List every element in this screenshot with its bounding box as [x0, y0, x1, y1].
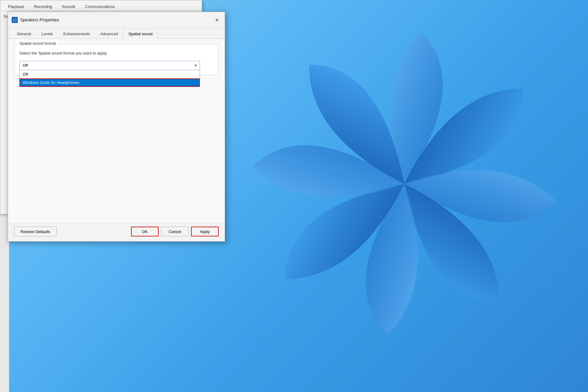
tab-advanced[interactable]: Advanced	[95, 29, 123, 39]
group-box-legend: Spatial sound format	[17, 41, 58, 46]
cancel-button[interactable]: Cancel	[161, 227, 189, 236]
dialog-body: Spatial sound format Select the Spatial …	[8, 39, 225, 223]
speakers-properties-dialog: 🔊 Speakers Properties ✕ General Levels E…	[8, 12, 225, 242]
title-bar: 🔊 Speakers Properties ✕	[8, 12, 225, 28]
ok-button[interactable]: OK	[131, 227, 159, 236]
footer-left: Restore Defaults	[14, 227, 57, 236]
tab-general[interactable]: General	[12, 29, 36, 39]
bg-tab-sounds[interactable]: Sounds	[57, 2, 80, 11]
tab-levels[interactable]: Levels	[36, 29, 58, 39]
dropdown-option-windows-sonic[interactable]: Windows Sonic for Headphones	[20, 78, 200, 87]
close-button[interactable]: ✕	[213, 16, 221, 24]
dropdown-option-off[interactable]: Off	[20, 70, 200, 78]
spatial-sound-group: Spatial sound format Select the Spatial …	[14, 44, 219, 75]
spatial-sound-dropdown-container: Off ▼ Off Windows Sonic for Headphones	[19, 61, 200, 70]
footer-right: OK Cancel Apply	[131, 227, 219, 236]
tab-spatial-sound[interactable]: Spatial sound	[123, 29, 158, 39]
apply-button[interactable]: Apply	[191, 227, 219, 236]
dropdown-selected-value[interactable]: Off	[19, 61, 200, 70]
dropdown-list: Off Windows Sonic for Headphones	[19, 70, 200, 87]
wallpaper-bloom	[251, 15, 557, 352]
group-box-description: Select the Spatial sound format you want…	[19, 51, 213, 55]
dialog-title: Speakers Properties	[20, 17, 59, 22]
tabs-bar: General Levels Enhancements Advanced Spa…	[8, 28, 225, 39]
speaker-icon: 🔊	[12, 17, 18, 23]
title-bar-left: 🔊 Speakers Properties	[12, 17, 59, 23]
bg-tab-recording[interactable]: Recording	[29, 2, 57, 11]
bg-tab-communications[interactable]: Communications	[81, 2, 119, 11]
restore-defaults-button[interactable]: Restore Defaults	[14, 227, 57, 236]
bg-window-tabs: Playback Recording Sounds Communications	[0, 0, 202, 11]
dialog-footer: Restore Defaults OK Cancel Apply	[8, 223, 225, 241]
tab-enhancements[interactable]: Enhancements	[58, 29, 95, 39]
bg-tab-playback[interactable]: Playback	[3, 2, 29, 11]
